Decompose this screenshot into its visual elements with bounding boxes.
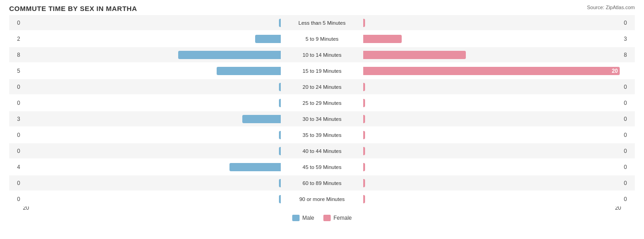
row-label: 40 to 44 Minutes — [281, 148, 363, 154]
female-bar — [363, 115, 365, 123]
female-bar-container: 20 — [363, 66, 621, 76]
chart-row: 810 to 14 Minutes8 — [9, 47, 635, 62]
bars-wrapper: Less than 5 Minutes — [23, 15, 621, 30]
row-label: 15 to 19 Minutes — [281, 68, 363, 74]
row-label: 45 to 59 Minutes — [281, 164, 363, 170]
chart-row: 040 to 44 Minutes0 — [9, 143, 635, 158]
male-bar — [255, 35, 281, 43]
left-value: 0 — [9, 196, 23, 202]
female-bar-container — [363, 82, 621, 92]
female-label: Female — [333, 215, 352, 221]
left-value: 0 — [9, 132, 23, 138]
chart-title: COMMUTE TIME BY SEX IN MARTHA — [9, 5, 635, 12]
female-bar — [363, 179, 365, 187]
chart-row: 25 to 9 Minutes3 — [9, 31, 635, 46]
legend-female: Female — [323, 215, 352, 221]
female-bar-container — [363, 34, 621, 44]
chart-row: 330 to 34 Minutes0 — [9, 111, 635, 126]
row-label: 60 to 89 Minutes — [281, 180, 363, 186]
right-value: 3 — [621, 36, 635, 42]
chart-row: 515 to 19 Minutes20 — [9, 63, 635, 78]
right-value: 0 — [621, 100, 635, 106]
male-bar-container — [23, 194, 281, 204]
bars-wrapper: 5 to 9 Minutes — [23, 31, 621, 46]
male-bar — [178, 51, 281, 59]
male-bar-container — [23, 98, 281, 108]
bars-wrapper: 10 to 14 Minutes — [23, 47, 621, 62]
female-bar — [363, 83, 365, 91]
row-label: Less than 5 Minutes — [281, 20, 363, 26]
female-bar-container — [363, 50, 621, 60]
male-bar-container — [23, 146, 281, 156]
left-value: 2 — [9, 36, 23, 42]
bars-wrapper: 60 to 89 Minutes — [23, 175, 621, 190]
right-value: 0 — [621, 84, 635, 90]
female-bar-container — [363, 130, 621, 140]
male-bar-container — [23, 50, 281, 60]
chart-row: 060 to 89 Minutes0 — [9, 175, 635, 190]
bars-wrapper: 40 to 44 Minutes — [23, 143, 621, 158]
right-value: 0 — [621, 116, 635, 122]
right-value: 0 — [621, 148, 635, 154]
female-bar-container — [363, 194, 621, 204]
female-bar — [363, 163, 365, 171]
left-value: 0 — [9, 20, 23, 26]
left-value: 0 — [9, 180, 23, 186]
bars-wrapper: 25 to 29 Minutes — [23, 95, 621, 110]
row-label: 5 to 9 Minutes — [281, 36, 363, 42]
female-bar — [363, 147, 365, 155]
female-bar-container — [363, 162, 621, 172]
female-bar — [363, 99, 365, 107]
chart-row: 020 to 24 Minutes0 — [9, 79, 635, 94]
chart-area: 0Less than 5 Minutes025 to 9 Minutes3810… — [9, 15, 635, 203]
female-bar-container — [363, 18, 621, 28]
left-value: 0 — [9, 148, 23, 154]
female-bar — [363, 35, 402, 43]
right-value: 0 — [621, 20, 635, 26]
bars-wrapper: 45 to 59 Minutes — [23, 159, 621, 174]
right-value: 8 — [621, 52, 635, 58]
row-label: 20 to 24 Minutes — [281, 84, 363, 90]
male-bar-container — [23, 34, 281, 44]
male-swatch — [292, 215, 300, 221]
left-value: 3 — [9, 116, 23, 122]
left-value: 5 — [9, 68, 23, 74]
chart-row: 445 to 59 Minutes0 — [9, 159, 635, 174]
legend-male: Male — [292, 215, 314, 221]
left-value: 4 — [9, 164, 23, 170]
row-label: 35 to 39 Minutes — [281, 132, 363, 138]
left-value: 8 — [9, 52, 23, 58]
chart-row: 025 to 29 Minutes0 — [9, 95, 635, 110]
male-bar-container — [23, 18, 281, 28]
row-label: 90 or more Minutes — [281, 196, 363, 202]
female-bar — [363, 195, 365, 203]
female-bar — [363, 131, 365, 139]
bars-wrapper: 30 to 34 Minutes — [23, 111, 621, 126]
female-bar-container — [363, 114, 621, 124]
bars-wrapper: 90 or more Minutes — [23, 191, 621, 206]
bar-value-label: 20 — [612, 68, 618, 74]
bars-wrapper: 20 to 24 Minutes — [23, 79, 621, 94]
female-bar: 20 — [363, 67, 620, 75]
male-bar-container — [23, 82, 281, 92]
female-swatch — [323, 215, 331, 221]
right-value: 0 — [621, 196, 635, 202]
left-value: 0 — [9, 100, 23, 106]
female-bar — [363, 19, 365, 27]
chart-row: 0Less than 5 Minutes0 — [9, 15, 635, 30]
female-bar — [363, 51, 466, 59]
chart-row: 035 to 39 Minutes0 — [9, 127, 635, 142]
female-bar-container — [363, 178, 621, 188]
right-value: 0 — [621, 164, 635, 170]
male-bar — [217, 67, 281, 75]
male-bar-container — [23, 178, 281, 188]
male-bar-container — [23, 130, 281, 140]
row-label: 10 to 14 Minutes — [281, 52, 363, 58]
source-text: Source: ZipAtlas.com — [587, 5, 635, 10]
bars-wrapper: 35 to 39 Minutes — [23, 127, 621, 142]
bars-wrapper: 15 to 19 Minutes20 — [23, 63, 621, 78]
left-value: 0 — [9, 84, 23, 90]
right-value: 0 — [621, 132, 635, 138]
male-bar — [242, 115, 281, 123]
male-bar-container — [23, 66, 281, 76]
